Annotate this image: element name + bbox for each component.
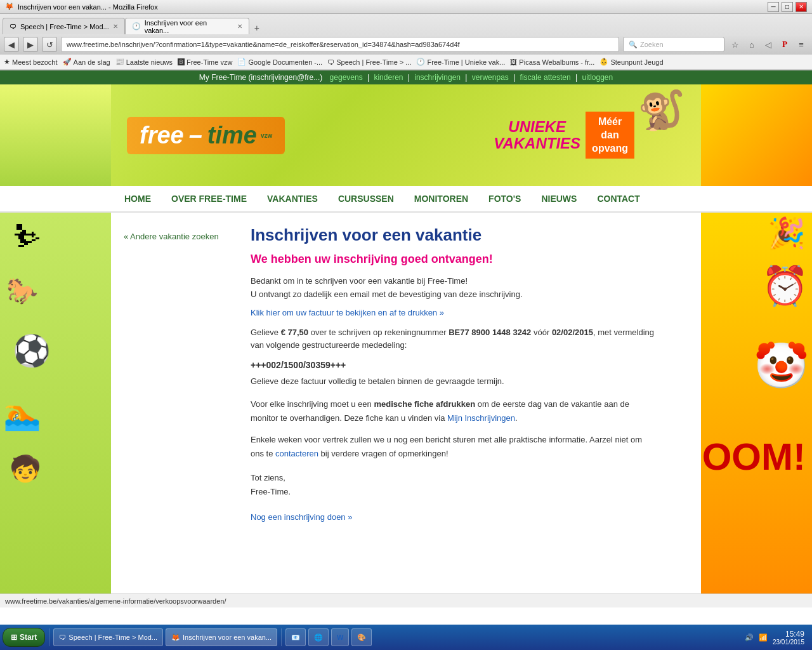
website-frame: My Free-Time (inschrijvingen@fre...) geg… xyxy=(0,70,812,594)
title-bar: 🦊 Inschrijven voor een vakan... - Mozill… xyxy=(0,0,812,14)
start-button[interactable]: ⊞ Start xyxy=(3,628,45,647)
intro-text-1: Bedankt om in te schrijven voor een vaka… xyxy=(251,275,657,302)
tab-1-icon: 🗨 xyxy=(10,23,16,30)
window-title: Inschrijven voor een vakan... - Mozilla … xyxy=(18,3,158,11)
invoice-link[interactable]: Klik hier om uw factuur te bekijken en a… xyxy=(251,308,444,317)
arrow-left-icon[interactable]: ◁ xyxy=(761,37,775,51)
link-verwenpas[interactable]: verwenpas xyxy=(472,73,509,82)
link-gegevens[interactable]: gegevens xyxy=(330,73,363,82)
left-deco: ⛷ 🐎 ⚽ 🏊 🧒 xyxy=(0,213,111,594)
nav-fotos[interactable]: FOTO'S xyxy=(478,186,531,211)
system-clock[interactable]: 15:49 23/01/2015 xyxy=(773,630,804,646)
bookmark-aan-de-slag[interactable]: 🚀 Aan de slag xyxy=(63,58,110,66)
taskbar-network-icon[interactable]: 📶 xyxy=(759,633,768,642)
bookmarks-bar: ★ Meest bezocht 🚀 Aan de slag 📰 Laatste … xyxy=(0,55,812,70)
payment-reference: +++002/1500/30359+++ xyxy=(251,360,657,370)
nav-nieuws[interactable]: NIEUWS xyxy=(531,186,587,211)
nav-contact[interactable]: CONTACT xyxy=(587,186,650,211)
window-controls: ─ □ ✕ xyxy=(768,2,807,12)
search-icon: 🔍 xyxy=(629,41,638,49)
link-fiscale-attesten[interactable]: fiscale attesten xyxy=(520,73,571,82)
bookmark-freetime[interactable]: 🅱 Free-Time vzw xyxy=(178,58,232,66)
hero-tagline: UNIEKE VAKANTIES Méér dan opvang xyxy=(494,112,634,159)
content-wrapper: « Andere vakantie zoeken Inschrijven voo… xyxy=(111,213,701,594)
site-top-bar: My Free-Time (inschrijvingen@fre...) geg… xyxy=(0,70,812,84)
bookmark-most-visited[interactable]: ★ Meest bezocht xyxy=(4,58,58,66)
logo-time: time xyxy=(207,122,257,149)
tab-1-close[interactable]: ✕ xyxy=(113,23,118,30)
tagline-dan: dan xyxy=(592,129,628,142)
right-deco: 🎉 ⏰ 🤡 BOOM! xyxy=(701,213,812,594)
status-bar: www.freetime.be/vakanties/algemene-infor… xyxy=(0,594,812,607)
nav-monitoren[interactable]: MONITOREN xyxy=(404,186,478,211)
nav-home[interactable]: HOME xyxy=(114,186,161,211)
link-kinderen[interactable]: kinderen xyxy=(374,73,403,82)
link-uitloggen[interactable]: uitloggen xyxy=(582,73,613,82)
taskbar-app-paint[interactable]: 🎨 xyxy=(351,628,372,646)
site-logo[interactable]: free – time vzw xyxy=(0,117,285,154)
new-registration-link[interactable]: Nog een inschrijving doen » xyxy=(251,512,352,522)
bookmark-google-docs[interactable]: 📄 Google Documenten -... xyxy=(237,58,322,66)
taskbar-volume-icon[interactable]: 🔊 xyxy=(745,633,754,642)
tab-2[interactable]: 🕐 Inschrijven voor een vakan... ✕ xyxy=(125,18,249,34)
tagline-meer: Méér xyxy=(592,116,628,129)
tab-1[interactable]: 🗨 Speech | Free-Time > Mod... ✕ xyxy=(3,18,125,34)
tagline-vakanties: VAKANTIES xyxy=(494,135,580,152)
nav-over-freetime[interactable]: OVER FREE-TIME xyxy=(161,186,257,211)
home-icon[interactable]: ⌂ xyxy=(745,37,759,51)
bookmark-nieuws[interactable]: 📰 Laatste nieuws xyxy=(115,58,173,66)
navigation-bar: ◀ ▶ ↺ www.freetime.be/inschrijven/?confi… xyxy=(0,34,812,55)
search-placeholder: Zoeken xyxy=(640,41,664,48)
address-bar[interactable]: www.freetime.be/inschrijven/?confirmatio… xyxy=(61,37,619,52)
taskbar-app-word[interactable]: W xyxy=(331,628,349,646)
bookmark-freetime-unieke[interactable]: 🕐 Free-Time | Unieke vak... xyxy=(416,58,505,66)
success-message: We hebben uw inschrijving goed ontvangen… xyxy=(251,253,657,266)
main-content: Inschrijven voor een vakantie We hebben … xyxy=(238,225,682,574)
monkey-deco: 🐒 xyxy=(638,88,685,133)
windows-icon: ⊞ xyxy=(11,633,17,642)
taskbar-email-icon: 📧 xyxy=(291,633,300,642)
minimize-button[interactable]: ─ xyxy=(768,2,779,12)
taskbar-app-firefox[interactable]: 🦊 Inschrijven voor een vakan... xyxy=(166,628,277,646)
new-tab-button[interactable]: + xyxy=(249,22,265,34)
tagline-unieke: UNIEKE xyxy=(494,119,580,135)
nav-vakanties[interactable]: VAKANTIES xyxy=(257,186,328,211)
tagline-opvang: opvang xyxy=(592,142,628,155)
back-button[interactable]: ◀ xyxy=(4,37,19,52)
address-text: www.freetime.be/inschrijven/?confirmatio… xyxy=(67,41,460,48)
bookmark-steunpunt[interactable]: 👶 Steunpunt Jeugd xyxy=(599,58,663,66)
nav-icons: ☆ ⌂ ◁ 𝐏 ≡ xyxy=(728,37,808,51)
back-to-vacation-link[interactable]: « Andere vakantie zoeken xyxy=(124,232,219,241)
link-inschrijvingen[interactable]: inschrijvingen xyxy=(414,73,461,82)
nav-cursussen[interactable]: CURSUSSEN xyxy=(328,186,404,211)
hero-banner: free – time vzw UNIEKE VAKANTIES Méér da… xyxy=(0,84,812,186)
tab-2-label: Inschrijven voor een vakan... xyxy=(145,19,233,34)
maximize-button[interactable]: □ xyxy=(782,2,793,12)
search-bar[interactable]: 🔍 Zoeken xyxy=(623,37,724,52)
tab-2-icon: 🕐 xyxy=(132,22,141,30)
bookmark-star-icon[interactable]: ☆ xyxy=(728,37,742,51)
taskbar-app-browser2[interactable]: 🌐 xyxy=(308,628,329,646)
contact-link[interactable]: contacteren xyxy=(275,449,318,458)
logo-vzw: vzw xyxy=(261,132,272,139)
close-button[interactable]: ✕ xyxy=(796,2,807,12)
taskbar-firefox-label: Inschrijven voor een vakan... xyxy=(183,633,272,641)
bookmark-speech[interactable]: 🗨 Speech | Free-Time > ... xyxy=(327,58,411,66)
logo-free: free xyxy=(140,122,184,149)
taskbar-speech-icon: 🗨 xyxy=(59,633,66,641)
taskbar-separator-2 xyxy=(281,628,282,646)
logo-dash: – xyxy=(189,122,202,149)
forward-button[interactable]: ▶ xyxy=(23,37,38,52)
main-navigation: HOME OVER FREE-TIME VAKANTIES CURSUSSEN … xyxy=(0,186,812,213)
reload-button[interactable]: ↺ xyxy=(42,37,57,52)
closing-text: Tot ziens, Free-Time. xyxy=(251,471,657,499)
taskbar-app-email[interactable]: 📧 xyxy=(285,628,306,646)
my-registrations-link[interactable]: Mijn Inschrijvingen xyxy=(447,413,515,423)
taskbar-right: 🔊 📶 15:49 23/01/2015 xyxy=(745,630,809,646)
menu-icon[interactable]: ≡ xyxy=(794,37,808,51)
bookmark-picasa[interactable]: 🖼 Picasa Webalbums - fr... xyxy=(510,58,594,66)
pinterest-icon[interactable]: 𝐏 xyxy=(778,37,792,51)
tabs-bar: 🗨 Speech | Free-Time > Mod... ✕ 🕐 Inschr… xyxy=(0,14,812,70)
tab-2-close[interactable]: ✕ xyxy=(237,23,242,30)
taskbar-app-speech[interactable]: 🗨 Speech | Free-Time > Mod... xyxy=(53,628,163,646)
